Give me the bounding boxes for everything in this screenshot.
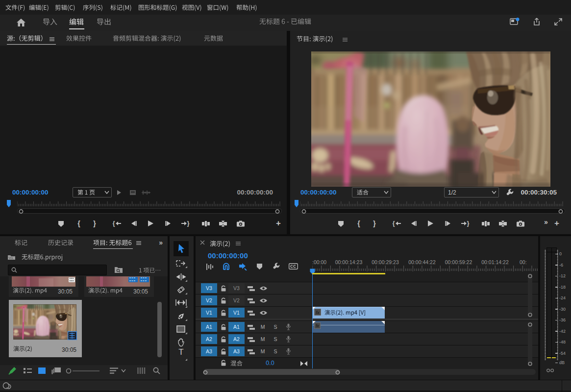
svg-text:fx: fx xyxy=(316,310,320,315)
svg-text:fx: fx xyxy=(316,323,319,328)
